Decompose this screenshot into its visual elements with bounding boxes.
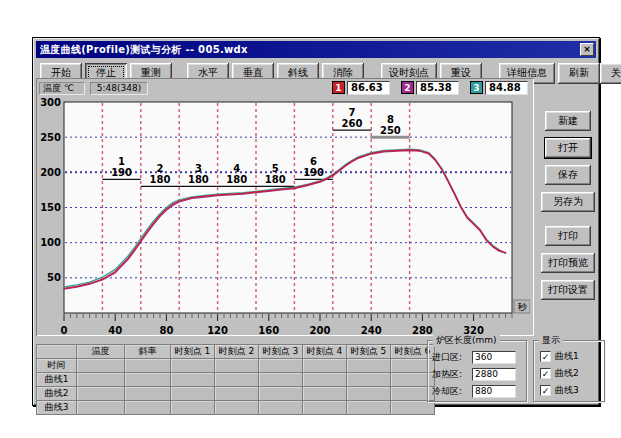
table-cell xyxy=(171,401,215,415)
x-tick-label: 120 xyxy=(207,325,228,335)
table-row: 曲线1 xyxy=(37,373,435,387)
side-button-print-setup[interactable]: 打印设置 xyxy=(541,280,595,300)
table-cell xyxy=(347,387,391,401)
table-cell xyxy=(347,359,391,373)
zone-3-setpoint-label: 180 xyxy=(188,174,209,185)
table-cell xyxy=(259,401,303,415)
channel-1-color-chip: 1 xyxy=(332,81,345,94)
table-header-cell: 时刻点 1 xyxy=(171,345,215,359)
table-cell xyxy=(215,387,259,401)
side-button-print-preview[interactable]: 打印预览 xyxy=(541,253,595,273)
file-print-button-column: 新建打开保存另存为打印打印预览打印设置 xyxy=(538,38,598,338)
curve2-checkbox-row: ✓曲线2 xyxy=(540,367,579,379)
table-row: 时间 xyxy=(37,359,435,373)
zone-1-setpoint-label: 190 xyxy=(111,167,132,178)
x-tick-label: 160 xyxy=(258,325,279,335)
profile-chart: 5010015020025030004080120160200240280320… xyxy=(38,97,530,335)
zone-5-number: 5 xyxy=(272,163,279,174)
display-group-title: 显示 xyxy=(539,334,563,347)
zone-8-setpoint-label: 250 xyxy=(380,125,401,136)
table-row: 曲线3 xyxy=(37,401,435,415)
zone-5-setpoint-label: 180 xyxy=(265,174,286,185)
titlebar[interactable]: 温度曲线(Profile)测试与分析 -- 005.wdx × xyxy=(36,41,596,58)
zone-7-number: 7 xyxy=(349,107,356,118)
table-header-cell: 时刻点 3 xyxy=(259,345,303,359)
channel-readout: 384.88 xyxy=(470,81,528,96)
table-cell xyxy=(125,373,171,387)
x-tick-label: 40 xyxy=(108,325,122,335)
table-header-cell: 时刻点 4 xyxy=(303,345,347,359)
side-button-open[interactable]: 打开 xyxy=(545,138,591,158)
table-cell xyxy=(303,359,347,373)
y-tick-label: 200 xyxy=(40,167,61,178)
profile-analysis-window: 温度曲线(Profile)测试与分析 -- 005.wdx × 开始停止重测水平… xyxy=(32,37,600,406)
y-tick-label: 50 xyxy=(47,272,61,283)
channel-readout: 186.63 xyxy=(332,81,390,96)
table-cell xyxy=(125,359,171,373)
results-table: 温度斜率时刻点 1时刻点 2时刻点 3时刻点 4时刻点 5时刻点 6时间曲线1曲… xyxy=(36,344,435,415)
channel-readout: 285.38 xyxy=(401,81,459,96)
side-button-save[interactable]: 保存 xyxy=(545,165,591,185)
table-cell xyxy=(303,401,347,415)
furnace-group-title: 炉区长度(mm) xyxy=(433,334,500,347)
x-tick-label: 0 xyxy=(61,325,68,335)
x-tick-label: 200 xyxy=(310,325,331,335)
table-cell xyxy=(259,373,303,387)
table-header-cell xyxy=(37,345,77,359)
y-tick-label: 100 xyxy=(40,237,61,248)
y-tick-label: 150 xyxy=(40,202,61,213)
table-row-header: 时间 xyxy=(37,359,77,373)
furnace-zone-length-group: 炉区长度(mm) 进口区:加热区:冷却区: xyxy=(427,340,527,402)
cooling-zone-input[interactable] xyxy=(472,385,516,398)
curve1-label: 曲线1 xyxy=(555,350,579,363)
elapsed-time-display: 5:48(348) xyxy=(90,82,148,95)
display-group: 显示 ✓曲线1✓曲线2✓曲线3 xyxy=(533,340,605,402)
table-header-cell: 温度 xyxy=(77,345,125,359)
curve2-checkbox[interactable]: ✓ xyxy=(540,368,551,379)
toolbar-button-close-window[interactable]: 关闭 xyxy=(600,63,621,84)
table-cell xyxy=(125,387,171,401)
table-cell xyxy=(171,387,215,401)
curve1-checkbox[interactable]: ✓ xyxy=(540,351,551,362)
x-unit-label: 秒 xyxy=(518,302,528,312)
temperature-unit-label: 温度 ℃ xyxy=(39,82,85,95)
side-button-print[interactable]: 打印 xyxy=(545,226,591,246)
channel-2-color-chip: 2 xyxy=(401,81,414,94)
table-cell xyxy=(77,401,125,415)
zone-6-setpoint-label: 190 xyxy=(303,167,324,178)
side-button-save-as[interactable]: 另存为 xyxy=(541,192,595,212)
table-row-header: 曲线2 xyxy=(37,387,77,401)
zone-7-setpoint-label: 260 xyxy=(342,118,363,129)
table-cell xyxy=(215,401,259,415)
x-tick-label: 240 xyxy=(361,325,382,335)
zone-6-number: 6 xyxy=(310,156,317,167)
table-row-header: 曲线1 xyxy=(37,373,77,387)
table-cell xyxy=(303,373,347,387)
inlet-zone-input[interactable] xyxy=(472,351,516,364)
cooling-zone-label: 冷却区: xyxy=(432,385,472,398)
table-cell xyxy=(215,373,259,387)
y-tick-label: 300 xyxy=(40,97,61,108)
y-tick-label: 250 xyxy=(40,132,61,143)
table-cell xyxy=(259,387,303,401)
table-cell xyxy=(77,373,125,387)
table-header-cell: 时刻点 2 xyxy=(215,345,259,359)
curve3-checkbox-row: ✓曲线3 xyxy=(540,384,579,396)
heating-zone-input[interactable] xyxy=(472,368,516,381)
chart-panel: 温度 ℃ 5:48(348) 186.63285.38384.88 501001… xyxy=(36,78,534,336)
table-cell xyxy=(347,373,391,387)
zone-1-number: 1 xyxy=(118,156,125,167)
zone-2-number: 2 xyxy=(157,163,164,174)
curve3-label: 曲线3 xyxy=(555,384,579,397)
channel-2-temperature-value: 85.38 xyxy=(416,81,459,95)
table-row: 曲线2 xyxy=(37,387,435,401)
curve3-checkbox[interactable]: ✓ xyxy=(540,385,551,396)
side-button-new[interactable]: 新建 xyxy=(545,111,591,131)
table-header-cell: 斜率 xyxy=(125,345,171,359)
zone-4-number: 4 xyxy=(233,163,240,174)
curve1-checkbox-row: ✓曲线1 xyxy=(540,350,579,362)
table-cell xyxy=(259,359,303,373)
channel-1-temperature-value: 86.63 xyxy=(347,81,390,95)
table-cell xyxy=(125,401,171,415)
table-cell xyxy=(303,387,347,401)
